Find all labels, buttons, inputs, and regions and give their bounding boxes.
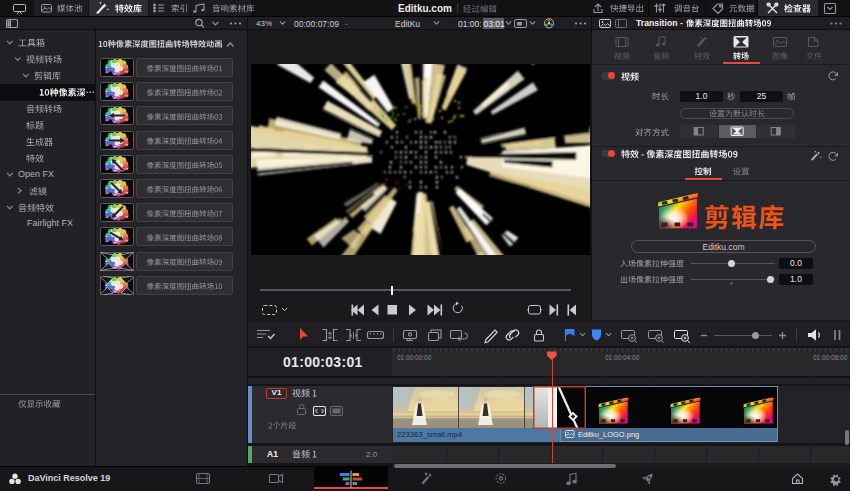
svg-text:01:00:08:00: 01:00:08:00 bbox=[813, 354, 848, 361]
svg-text:01:00:00:00: 01:00:00:00 bbox=[397, 354, 432, 361]
svg-text:01:00:04:00: 01:00:04:00 bbox=[605, 354, 640, 361]
